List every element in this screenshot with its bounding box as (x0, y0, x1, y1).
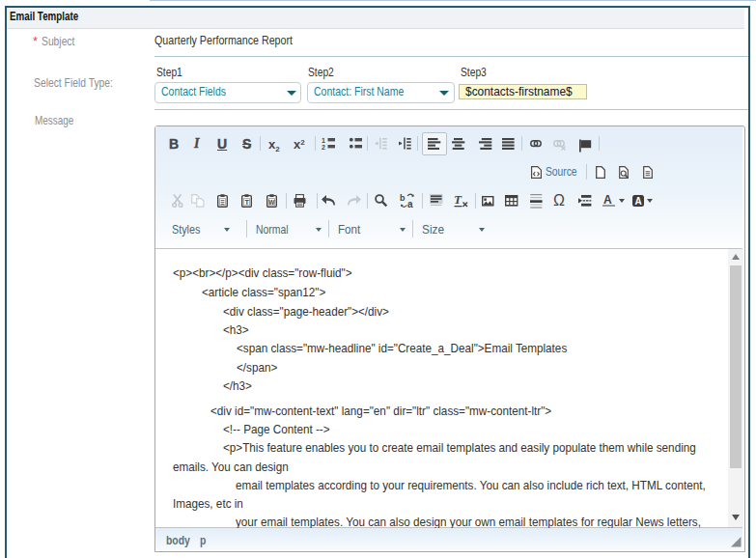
svg-text:b: b (400, 193, 406, 203)
svg-text:T: T (454, 192, 462, 207)
svg-text:1: 1 (322, 137, 325, 144)
svg-text:W: W (268, 199, 275, 206)
svg-text:2: 2 (322, 144, 325, 151)
svg-text:T: T (244, 198, 249, 207)
svg-text:a: a (407, 199, 413, 209)
